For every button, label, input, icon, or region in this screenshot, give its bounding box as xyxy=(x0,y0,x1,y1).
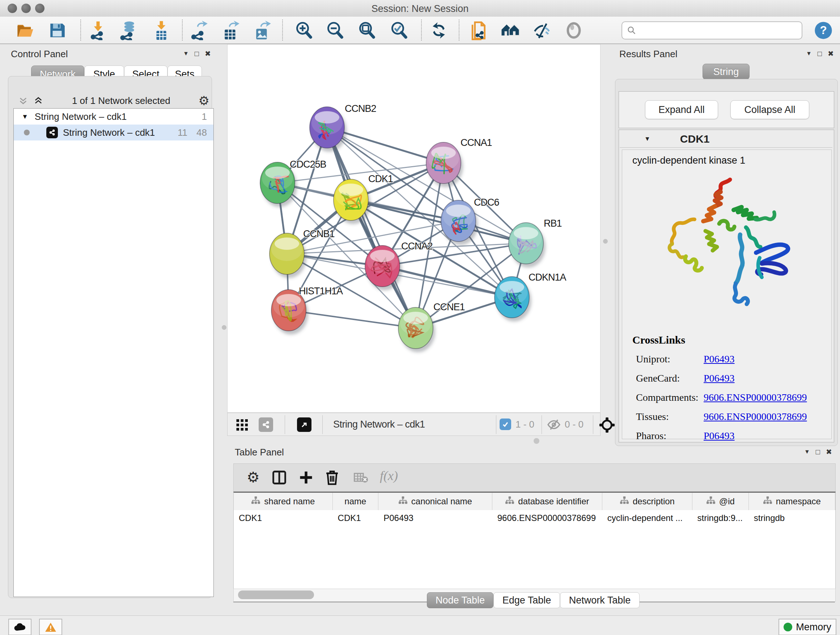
right-splitter-handle[interactable] xyxy=(603,239,608,244)
refresh-icon[interactable] xyxy=(428,20,449,41)
tab-node-table[interactable]: Node Table xyxy=(427,592,493,608)
network-collection-row[interactable]: ▼ String Network – cdk1 1 xyxy=(14,109,213,125)
panel-menu-icon[interactable]: ▼ xyxy=(806,50,812,57)
crosslink-label: GeneCard: xyxy=(636,372,680,384)
network-mode-icon[interactable] xyxy=(259,417,273,432)
zoom-in-icon[interactable] xyxy=(294,20,314,41)
network-row[interactable]: String Network – cdk1 11 48 xyxy=(14,125,213,141)
warnings-button[interactable] xyxy=(39,619,62,635)
column-header-canonical-name[interactable]: canonical name xyxy=(378,493,493,510)
left-splitter-handle[interactable] xyxy=(222,325,226,330)
column-label: canonical name xyxy=(411,496,472,507)
edge-CCNB2-CCNE1[interactable] xyxy=(327,127,416,328)
column-header-name[interactable]: name xyxy=(333,493,378,510)
cell-@id[interactable]: stringdb:9... xyxy=(692,510,749,526)
expand-all-icon[interactable] xyxy=(33,96,44,106)
cell-shared-name[interactable]: CDK1 xyxy=(234,510,333,526)
crosslink-link[interactable]: 9606.ENSP00000378699 xyxy=(704,411,807,423)
panel-float-icon[interactable]: □ xyxy=(818,50,822,57)
node-CCNB2[interactable] xyxy=(309,107,347,152)
column-label: @id xyxy=(719,496,735,507)
panel-close-icon[interactable]: ✖ xyxy=(205,50,211,57)
cell-name[interactable]: CDK1 xyxy=(333,510,379,526)
memory-button[interactable]: Memory xyxy=(778,619,836,635)
network-view-title: String Network – cdk1 xyxy=(333,419,425,430)
export-image-icon[interactable] xyxy=(251,20,272,41)
results-panel-buttons: ▼ □ ✖ xyxy=(806,50,834,57)
node-RB1[interactable] xyxy=(508,223,546,268)
crosslink-link[interactable]: P06493 xyxy=(704,372,735,384)
hide-graphics-details-icon[interactable] xyxy=(532,20,553,41)
node-CCNB1[interactable] xyxy=(270,233,306,278)
node-CDKN1A[interactable] xyxy=(494,277,531,321)
selected-checkbox[interactable] xyxy=(500,418,511,430)
column-header-database-identifier[interactable]: database identifier xyxy=(493,493,602,510)
control-panel-title: Control Panel xyxy=(11,49,68,60)
export-network-icon[interactable] xyxy=(188,20,209,41)
import-table-from-file-icon[interactable] xyxy=(151,20,172,41)
crosslink-label: Tissues: xyxy=(636,411,669,423)
help-icon[interactable]: ? xyxy=(813,20,834,41)
delete-column-trash-icon[interactable] xyxy=(324,469,340,486)
column-header-namespace[interactable]: namespace xyxy=(749,493,835,510)
scrollbar-thumb[interactable] xyxy=(238,591,314,599)
save-session-icon[interactable] xyxy=(47,20,68,41)
node-CDC6[interactable] xyxy=(441,200,478,245)
tree-expander-icon[interactable]: ▼ xyxy=(22,113,28,120)
column-header-@id[interactable]: @id xyxy=(692,493,749,510)
crosslink-link[interactable]: P06493 xyxy=(704,353,735,365)
column-header-description[interactable]: description xyxy=(602,493,692,510)
expand-all-button[interactable]: Expand All xyxy=(645,100,718,119)
detach-view-icon[interactable] xyxy=(297,417,311,432)
panel-float-icon[interactable]: □ xyxy=(816,448,820,455)
gear-icon[interactable]: ⚙ xyxy=(199,93,210,108)
grid-mode-icon[interactable] xyxy=(235,418,249,431)
open-session-icon[interactable] xyxy=(15,20,36,41)
search-input[interactable] xyxy=(622,21,802,40)
import-network-from-file-icon[interactable] xyxy=(88,20,109,41)
clone-network-icon[interactable] xyxy=(469,20,489,41)
node-CCNA1[interactable] xyxy=(426,142,463,187)
zoom-out-icon[interactable] xyxy=(325,20,346,41)
panel-close-icon[interactable]: ✖ xyxy=(828,50,834,57)
create-column-plus-icon[interactable] xyxy=(298,470,314,486)
collapse-all-button[interactable]: Collapse All xyxy=(730,100,809,119)
network-view-canvas[interactable]: CCNB2CCNA1CDC25BCDK1CDC6RB1CCNB1CCNA2CDK… xyxy=(227,44,600,413)
column-header-shared-name[interactable]: shared name xyxy=(234,493,333,510)
export-table-icon[interactable] xyxy=(220,20,241,41)
node-CDK1[interactable] xyxy=(333,179,370,224)
table-row[interactable]: CDK1CDK1P064939606.ENSP00000378699cyclin… xyxy=(234,510,835,526)
zoom-fit-icon[interactable] xyxy=(356,20,377,41)
main-toolbar: ? xyxy=(0,17,840,44)
tab-network-table[interactable]: Network Table xyxy=(560,592,639,608)
zoom-selected-icon[interactable] xyxy=(388,20,409,41)
svg-text:?: ? xyxy=(820,24,827,36)
import-network-from-database-icon[interactable] xyxy=(118,20,139,41)
cell-description[interactable]: cyclin-dependent ... xyxy=(602,510,692,526)
crosslink-link[interactable]: P06493 xyxy=(704,430,735,442)
first-neighbors-icon[interactable] xyxy=(500,20,521,41)
collapse-all-icon[interactable] xyxy=(18,96,28,106)
panel-menu-icon[interactable]: ▼ xyxy=(183,50,189,57)
cell-namespace[interactable]: stringdb xyxy=(749,510,835,526)
birds-eye-view-icon[interactable] xyxy=(599,417,615,433)
cloud-button[interactable] xyxy=(8,619,32,635)
column-namespace-icon xyxy=(251,496,261,507)
tab-edge-table[interactable]: Edge Table xyxy=(493,592,560,608)
separator xyxy=(322,415,323,434)
panel-close-icon[interactable]: ✖ xyxy=(826,448,832,455)
tab-string[interactable]: String xyxy=(703,64,750,80)
crosslink-link[interactable]: 9606.ENSP00000378699 xyxy=(704,392,807,403)
horizontal-splitter-handle[interactable] xyxy=(534,438,539,444)
gene-header-row[interactable]: ▼ CDK1 xyxy=(620,131,832,148)
results-panel: Results Panel ▼ □ ✖ String Expand All Co… xyxy=(615,47,837,445)
node-CCNE1[interactable] xyxy=(398,307,435,352)
panel-menu-icon[interactable]: ▼ xyxy=(804,448,810,455)
collapse-gene-icon[interactable]: ▼ xyxy=(644,135,651,143)
cell-database-identifier[interactable]: 9606.ENSP00000378699 xyxy=(493,510,602,526)
show-columns-icon[interactable] xyxy=(271,470,287,486)
panel-float-icon[interactable]: □ xyxy=(195,50,199,57)
table-settings-gear-icon[interactable]: ⚙ xyxy=(247,469,260,486)
node-CCNA2[interactable] xyxy=(365,245,402,290)
cell-canonical-name[interactable]: P06493 xyxy=(378,510,493,526)
